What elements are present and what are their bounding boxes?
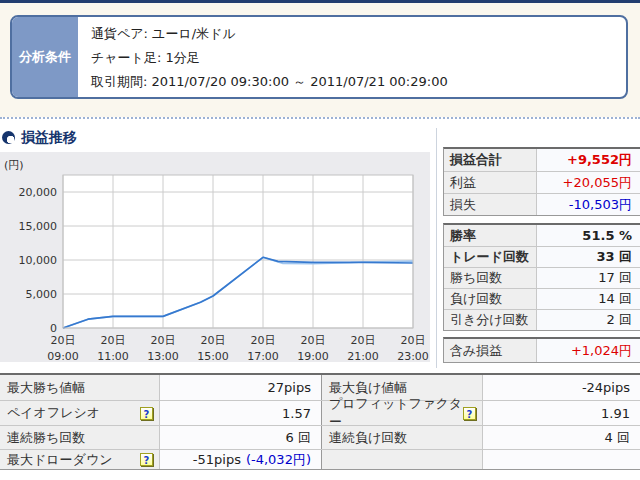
table-row: 勝率 51.5 % [444, 225, 640, 246]
analysis-conditions-box: 分析条件 通貨ペア: ユーロ/米ドル チャート足: 1分足 取引期間: 2011… [10, 15, 628, 99]
table-row: 損益合計 +9,552円 [444, 149, 640, 171]
row-value: 14 回 [537, 289, 640, 309]
row-value: 6 回 [160, 426, 322, 449]
row-value: +20,055円 [537, 172, 640, 193]
table-row: トレード回数 33 回 [444, 246, 640, 267]
table-row: 負け回数 14 回 [444, 288, 640, 309]
row-label: 最大ドローダウン ? [0, 450, 160, 469]
table-row: 最大勝ち値幅 27pips 最大負け値幅 -24pips [0, 375, 640, 400]
pl-chart-panel: (円) 05,00010,00015,00020,00020日09:0020日1… [0, 152, 430, 362]
x-axis-tick-label: 20日09:00 [40, 333, 86, 365]
row-value: 51.5 % [537, 225, 640, 246]
row-label: 連続負け回数 [322, 426, 483, 449]
row-label: 負け回数 [444, 289, 537, 309]
row-value: 1.91 [483, 401, 640, 425]
section-header: 損益推移 [2, 129, 77, 146]
x-axis-tick-label: 20日11:00 [90, 333, 136, 365]
row-value: -24pips [483, 375, 640, 400]
y-axis-tick-label: 20,000 [0, 186, 57, 199]
x-axis-tick-label: 20日23:00 [390, 333, 436, 365]
row-value: +1,024円 [537, 339, 640, 362]
y-axis-tick-label: 15,000 [0, 220, 57, 233]
row-label: 含み損益 [444, 339, 537, 362]
row-value: +9,552円 [537, 149, 640, 171]
pl-chart-svg [0, 152, 430, 362]
x-axis-tick-label: 20日17:00 [240, 333, 286, 365]
y-axis-tick-label: 10,000 [0, 254, 57, 267]
help-icon[interactable]: ? [140, 453, 153, 466]
row-label: プロフィットファクター ? [322, 401, 483, 425]
table-row: 損失 -10,503円 [444, 193, 640, 215]
table-row: 連続勝ち回数 6 回 連続負け回数 4 回 [0, 425, 640, 449]
row-label-text: ペイオフレシオ [7, 404, 100, 422]
table-row: 含み損益 +1,024円 [444, 339, 640, 362]
row-label: 利益 [444, 172, 537, 193]
row-label: 最大勝ち値幅 [0, 375, 160, 400]
table-row: 最大ドローダウン ? -51pips (-4,032円) [0, 449, 640, 469]
table-row: ペイオフレシオ ? 1.57 プロフィットファクター ? 1.91 [0, 400, 640, 425]
row-label: 損益合計 [444, 149, 537, 171]
x-axis-tick-label: 20日21:00 [340, 333, 386, 365]
row-value-empty [483, 450, 640, 469]
analysis-conditions-body: 通貨ペア: ユーロ/米ドル チャート足: 1分足 取引期間: 2011/07/2… [78, 17, 448, 97]
vertical-divider [436, 128, 437, 368]
help-icon[interactable]: ? [140, 407, 153, 420]
row-value-yen: (-4,032円) [246, 451, 311, 469]
row-label: トレード回数 [444, 247, 537, 267]
row-label-empty [322, 450, 483, 469]
win-rate-table: 勝率 51.5 % トレード回数 33 回 勝ち回数 17 回 負け回数 14 … [443, 223, 640, 331]
row-value: 4 回 [483, 426, 640, 449]
row-value: -51pips (-4,032円) [160, 450, 322, 469]
table-row: 利益 +20,055円 [444, 171, 640, 193]
detail-metrics-table: 最大勝ち値幅 27pips 最大負け値幅 -24pips ペイオフレシオ ? 1… [0, 373, 640, 470]
row-label-text: 最大ドローダウン [7, 451, 113, 469]
row-label: 引き分け回数 [444, 310, 537, 330]
row-label: 損失 [444, 194, 537, 215]
row-value: 27pips [160, 375, 322, 400]
row-value-pips: -51pips [193, 452, 241, 467]
pl-summary-table: 損益合計 +9,552円 利益 +20,055円 損失 -10,503円 [443, 147, 640, 216]
analysis-report-page: 分析条件 通貨ペア: ユーロ/米ドル チャート足: 1分足 取引期間: 2011… [0, 0, 640, 480]
analysis-conditions-label: 分析条件 [12, 17, 78, 97]
row-value: -10,503円 [537, 194, 640, 215]
section-title: 損益推移 [21, 129, 77, 147]
row-label: 勝ち回数 [444, 268, 537, 288]
x-axis-tick-label: 20日19:00 [290, 333, 336, 365]
condition-currency-pair: 通貨ペア: ユーロ/米ドル [91, 22, 448, 46]
y-axis-tick-label: 5,000 [0, 288, 57, 301]
x-axis-tick-label: 20日15:00 [190, 333, 236, 365]
help-icon[interactable]: ? [463, 407, 476, 420]
row-value: 17 回 [537, 268, 640, 288]
row-value: 2 回 [537, 310, 640, 330]
table-row: 引き分け回数 2 回 [444, 309, 640, 330]
dotted-separator [0, 117, 640, 119]
condition-trade-period: 取引期間: 2011/07/20 09:30:00 ～ 2011/07/21 0… [91, 70, 448, 94]
x-axis-tick-label: 20日13:00 [140, 333, 186, 365]
row-label: 連続勝ち回数 [0, 426, 160, 449]
row-label: 勝率 [444, 225, 537, 246]
condition-chart-timeframe: チャート足: 1分足 [91, 46, 448, 70]
row-label: ペイオフレシオ ? [0, 401, 160, 425]
row-value: 33 回 [537, 247, 640, 267]
section-bullet-icon [2, 131, 15, 144]
unrealized-pl-table: 含み損益 +1,024円 [443, 337, 640, 363]
table-row: 勝ち回数 17 回 [444, 267, 640, 288]
row-value: 1.57 [160, 401, 322, 425]
